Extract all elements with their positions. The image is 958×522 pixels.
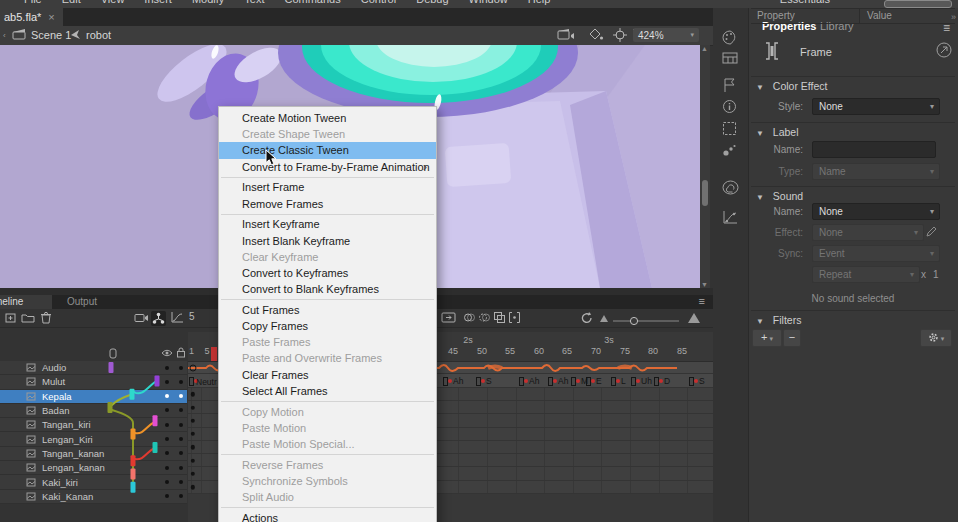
context-menu-item[interactable]: Convert to Keyframes › (219, 265, 436, 281)
loop-playback-icon[interactable] (580, 311, 594, 324)
close-icon[interactable]: × (48, 11, 54, 23)
breadcrumb-symbol[interactable]: robot (86, 29, 111, 41)
timeline-zoom-slider[interactable] (613, 317, 679, 325)
tab-timeline[interactable]: Timeline (0, 295, 52, 309)
context-menu-item[interactable]: Cut Frames › (219, 302, 436, 318)
search-input[interactable] (884, 0, 952, 8)
section-color-effect[interactable]: ▼ Color Effect (756, 80, 828, 92)
remove-filter-button[interactable]: − (783, 329, 801, 347)
layer-row[interactable]: Kaki_kiri (0, 475, 187, 489)
new-folder-icon[interactable] (21, 311, 35, 324)
layer-lock-dot[interactable] (179, 437, 183, 441)
add-filter-button[interactable]: + ▾ (752, 329, 782, 347)
playhead-marker[interactable] (211, 347, 217, 361)
center-stage-icon[interactable] (613, 28, 627, 42)
menubar-item[interactable]: Modify (192, 0, 224, 5)
camera-icon[interactable] (134, 311, 149, 324)
scroll-down-icon[interactable]: ▼ (701, 281, 708, 288)
menubar-item[interactable]: Control (361, 0, 396, 5)
color-palette-icon[interactable] (722, 30, 738, 45)
context-menu-item[interactable]: Remove Frames › (219, 196, 436, 212)
info-icon[interactable] (722, 99, 737, 114)
layer-lock-dot[interactable] (179, 408, 183, 412)
swatches-icon[interactable] (722, 51, 738, 65)
section-label[interactable]: ▼ Label (756, 126, 799, 138)
flag-icon[interactable] (722, 78, 737, 93)
layer-visibility-dot[interactable] (165, 437, 169, 441)
layer-visibility-dot[interactable] (165, 423, 169, 427)
layer-lock-dot[interactable] (179, 394, 183, 398)
context-menu-item[interactable]: Insert Keyframe › (219, 216, 436, 232)
fill-bucket-icon[interactable] (587, 28, 604, 41)
scrollbar-thumb[interactable] (702, 180, 708, 206)
menubar-item[interactable]: Insert (144, 0, 172, 5)
label-name-input[interactable] (812, 141, 936, 158)
layer-row[interactable]: Audio (0, 361, 187, 375)
context-menu-item[interactable]: Convert to Frame-by-Frame Animation › (219, 159, 436, 175)
layer-row[interactable]: Lengan_kanan (0, 461, 187, 475)
context-menu-item[interactable]: Actions › (219, 510, 436, 522)
section-sound[interactable]: ▼ Sound (756, 190, 803, 202)
layer-visibility-dot[interactable] (165, 366, 169, 370)
filter-options-gear-button[interactable]: ▾ (920, 329, 952, 347)
layer-visibility-dot[interactable] (165, 380, 169, 384)
layer-row[interactable]: Badan (0, 404, 187, 418)
layer-visibility-dot[interactable] (165, 480, 169, 484)
layer-row[interactable]: Lengan_Kiri (0, 432, 187, 446)
menubar-item[interactable]: View (101, 0, 125, 5)
menubar-item[interactable]: Edit (62, 0, 81, 5)
onion-skin-icon[interactable] (463, 311, 476, 324)
layer-visibility-dot[interactable] (165, 394, 169, 398)
layer-lock-dot[interactable] (179, 423, 183, 427)
show-parenting-view-icon[interactable] (151, 311, 166, 326)
menubar-item[interactable]: Text (244, 0, 264, 5)
layer-visibility-dot[interactable] (165, 466, 169, 470)
layer-row[interactable]: Tangan_kanan (0, 447, 187, 461)
context-menu-item[interactable]: Clear Frames › (219, 367, 436, 383)
timeline-panel-menu-icon[interactable]: ≡ (699, 295, 705, 307)
onion-skin-outlines-icon[interactable] (478, 311, 491, 324)
menubar-item[interactable]: Help (528, 0, 551, 5)
layer-visibility-dot[interactable] (165, 408, 169, 412)
layer-visibility-dot[interactable] (165, 451, 169, 455)
layer-visibility-dot[interactable] (165, 494, 169, 498)
layer-lock-dot[interactable] (179, 466, 183, 470)
graph-editor-icon[interactable] (170, 311, 184, 324)
align-grid-icon[interactable] (722, 121, 737, 136)
layer-row[interactable]: Mulut (0, 375, 187, 389)
modify-markers-icon[interactable] (508, 311, 521, 324)
scroll-up-icon[interactable]: ▲ (701, 45, 708, 52)
delete-layer-trash-icon[interactable] (40, 311, 52, 324)
new-layer-icon[interactable] (4, 311, 17, 324)
layer-row[interactable]: Tangan_kiri (0, 418, 187, 432)
eye-icon[interactable] (161, 349, 173, 357)
context-menu-item[interactable]: Copy Frames › (219, 318, 436, 334)
menubar-item[interactable]: Commands (284, 0, 340, 5)
breadcrumb-scene[interactable]: Scene 1 (31, 29, 71, 41)
layer-lock-dot[interactable] (179, 451, 183, 455)
tab-output[interactable]: Output (58, 295, 106, 309)
context-menu-item[interactable]: Insert Frame › (219, 179, 436, 195)
layer-lock-dot[interactable] (179, 494, 183, 498)
context-menu-item[interactable]: Insert Blank Keyframe › (219, 233, 436, 249)
share-link-icon[interactable] (936, 42, 952, 58)
lock-icon[interactable] (176, 347, 186, 358)
outline-view-icon[interactable] (109, 348, 117, 359)
layer-row[interactable]: Kaki_Kanan (0, 490, 187, 504)
workspace-switcher[interactable]: Essentials (780, 0, 830, 5)
section-filters[interactable]: ▼ Filters (756, 314, 801, 326)
layer-row[interactable]: Kepala (0, 390, 187, 404)
camera-clapper-icon[interactable] (557, 28, 575, 41)
context-menu-item[interactable]: Select All Frames › (219, 383, 436, 399)
context-menu-item[interactable]: Convert to Blank Keyframes › (219, 281, 436, 297)
menubar-item[interactable]: File (24, 0, 42, 5)
layer-lock-dot[interactable] (179, 480, 183, 484)
timeline-zoom-in-icon[interactable] (688, 313, 700, 323)
layer-lock-dot[interactable] (179, 366, 183, 370)
layer-lock-dot[interactable] (179, 380, 183, 384)
motion-graph-icon[interactable] (722, 210, 738, 225)
menubar-item[interactable]: Debug (416, 0, 448, 5)
document-tab[interactable]: ab5.fla* × (0, 8, 63, 26)
creative-cloud-icon[interactable] (722, 180, 739, 195)
style-dropdown[interactable]: None (812, 98, 940, 115)
